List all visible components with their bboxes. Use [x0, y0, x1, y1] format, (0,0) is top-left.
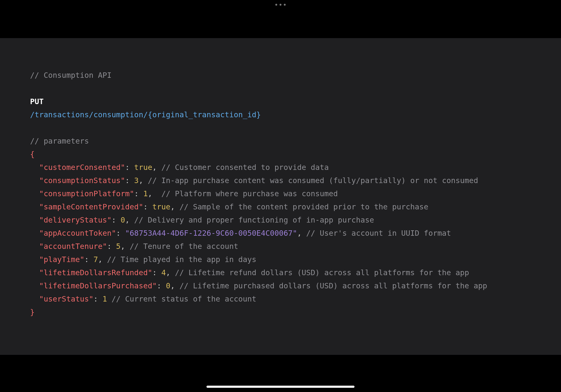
comma: ,: [297, 229, 302, 238]
inline-comment: // Sample of the content provided prior …: [180, 202, 429, 211]
json-value: 1: [102, 294, 107, 303]
colon: :: [107, 242, 116, 251]
brace-close: }: [30, 308, 34, 316]
colon: :: [152, 268, 162, 277]
json-key: "lifetimeDollarsPurchased": [39, 281, 157, 290]
comma: ,: [170, 202, 175, 211]
inline-comment: // Lifetime purchased dollars (USD) acro…: [180, 281, 487, 290]
colon: :: [134, 189, 143, 198]
colon: :: [94, 294, 103, 303]
letterbox-top: [0, 9, 561, 38]
json-key: "deliveryStatus": [39, 216, 112, 224]
code-panel: // Consumption API PUT /transactions/con…: [0, 38, 561, 361]
json-key: "userStatus": [39, 294, 94, 303]
parameters-comment: // parameters: [30, 137, 89, 145]
letterbox-bottom: [0, 355, 561, 392]
comma: ,: [170, 281, 175, 290]
json-value: 4: [162, 268, 166, 277]
colon: :: [125, 163, 134, 172]
api-title-comment: // Consumption API: [30, 71, 112, 80]
comma: ,: [120, 242, 125, 251]
dot-icon: [280, 4, 281, 6]
inline-comment: // In-app purchase content was consumed …: [148, 176, 478, 185]
json-key: "sampleContentProvided": [39, 202, 143, 211]
json-value: true: [152, 202, 170, 211]
json-value: 3: [134, 176, 139, 185]
param-lines: "customerConsented": true, // Customer c…: [30, 163, 487, 303]
json-value: 0: [120, 216, 125, 224]
comma: ,: [152, 163, 157, 172]
json-key: "appAccountToken": [39, 229, 116, 238]
json-value: 1: [143, 189, 148, 198]
http-path: /transactions/consumption/{original_tran…: [30, 110, 261, 119]
colon: :: [84, 255, 94, 264]
json-value: true: [134, 163, 152, 172]
colon: :: [125, 176, 134, 185]
comma: ,: [98, 255, 102, 264]
multitask-dots-icon[interactable]: [275, 4, 286, 6]
json-value: "68753A44-4D6F-1226-9C60-0050E4C00067": [125, 229, 297, 238]
colon: :: [112, 216, 121, 224]
json-value: 7: [94, 255, 98, 264]
inline-comment: // Current status of the account: [112, 294, 257, 303]
dot-icon: [275, 4, 277, 6]
json-key: "customerConsented": [39, 163, 125, 172]
json-value: 5: [116, 242, 120, 251]
inline-comment: // Tenure of the account: [130, 242, 238, 251]
inline-comment: // Lifetime refund dollars (USD) across …: [175, 268, 469, 277]
inline-comment: // Delivery and proper functioning of in…: [134, 216, 374, 224]
json-key: "accountTenure": [39, 242, 107, 251]
comma: ,: [125, 216, 130, 224]
inline-comment: // Time played in the app in days: [107, 255, 257, 264]
colon: :: [143, 202, 152, 211]
json-key: "consumptionStatus": [39, 176, 125, 185]
comma: ,: [139, 176, 143, 185]
inline-comment: // Customer consented to provide data: [162, 163, 329, 172]
colon: :: [116, 229, 125, 238]
json-key: "consumptionPlatform": [39, 189, 134, 198]
comma: ,: [148, 189, 152, 198]
inline-comment: // User's account in UUID format: [306, 229, 451, 238]
comma: ,: [166, 268, 170, 277]
inline-comment: // Platform where purchase was consumed: [162, 189, 338, 198]
colon: :: [157, 281, 166, 290]
json-key: "lifetimeDollarsRefunded": [39, 268, 152, 277]
dot-icon: [284, 4, 286, 6]
json-key: "playTime": [39, 255, 85, 264]
home-indicator[interactable]: [206, 386, 355, 388]
json-value: 0: [166, 281, 170, 290]
code-block: // Consumption API PUT /transactions/con…: [30, 69, 561, 319]
http-method: PUT: [30, 97, 44, 106]
status-bar: [0, 0, 561, 9]
brace-open: {: [30, 150, 34, 159]
